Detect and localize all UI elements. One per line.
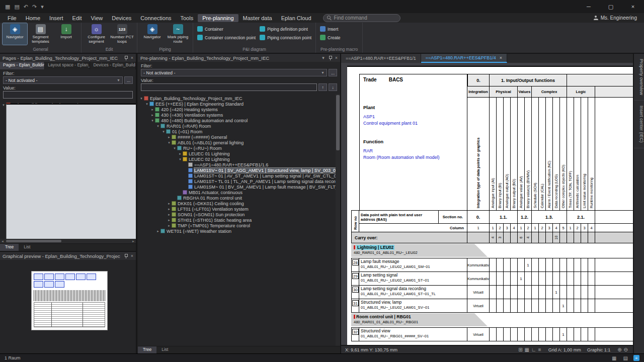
expand-icon[interactable]: ▸ — [167, 213, 172, 217]
insert-button[interactable]: Insert — [320, 26, 341, 32]
view-list-icon[interactable]: ▤ — [623, 355, 628, 361]
function-code[interactable]: RAR — [363, 148, 463, 153]
expand-icon[interactable]: ▸ — [167, 207, 172, 211]
pages-tree-hscrollbar[interactable]: ◄ ► — [0, 239, 136, 243]
preplanning-tree-item[interactable]: ▸LEUEC 01 Lightning — [138, 151, 340, 156]
configure-segment-definitions-button[interactable]: ☼Configure segment definitions — [84, 23, 109, 45]
preplanning-tree-item[interactable]: ▾RU~ (=RU~) Room — [138, 145, 340, 151]
preplanning-tree-item[interactable]: ▸##### (=#####) General — [138, 134, 340, 140]
mark-piping-route-button[interactable]: ~Mark piping route — [166, 23, 190, 45]
piping-connection-point-button[interactable]: Piping connection point — [260, 34, 311, 41]
plant-code[interactable]: ASP1 — [363, 114, 463, 119]
collapse-icon[interactable]: ▾ — [139, 97, 144, 101]
preplanning-tree-item[interactable]: ▸DKK01 (=DKK01) Ceiling cooling — [138, 201, 340, 206]
scroll-right-icon[interactable]: ► — [131, 240, 136, 243]
preplanning-tree-item[interactable]: ▸420 (=420) Heating systems — [138, 107, 340, 112]
navigator-button[interactable]: ◈Navigator — [140, 23, 165, 45]
value-input[interactable] — [3, 91, 133, 99]
collapse-icon[interactable]: ▾ — [155, 124, 160, 128]
ribbon-tab-edit[interactable]: Edit — [68, 14, 87, 22]
preplanning-tree-item[interactable]: MB01 Actuator, continuous — [138, 190, 340, 195]
tab-devices[interactable]: Devices - Eplan_Buildi... — [90, 62, 136, 69]
ribbon-tab-tools[interactable]: Tools — [176, 14, 198, 22]
ribbon-tab-view[interactable]: View — [87, 14, 108, 22]
datapoint-text[interactable]: Structured view — [361, 328, 465, 334]
preplanning-tree-item[interactable]: ▾ABL01 (=ABL01) general lighting — [138, 140, 340, 145]
undo-icon[interactable]: ↶ — [24, 4, 28, 10]
import-button[interactable]: ↓Import — [54, 23, 78, 45]
expand-icon[interactable]: ▸ — [178, 152, 183, 156]
plant-description[interactable]: Control equipment plant 01 — [363, 121, 463, 126]
value-down-button[interactable]: ↓ — [329, 83, 337, 91]
create-button[interactable]: Create — [320, 34, 341, 41]
filter-select[interactable]: - Not activated - ▼ — [141, 69, 327, 76]
close-icon[interactable]: × — [131, 253, 133, 258]
scroll-thumb[interactable] — [336, 95, 340, 150]
expand-icon[interactable]: ▸ — [150, 113, 155, 117]
collapse-icon[interactable]: ▾ — [172, 146, 177, 150]
expand-icon[interactable]: ▸ — [150, 108, 155, 112]
ribbon-tab-connections[interactable]: Connections — [136, 14, 176, 22]
value-up-button[interactable]: ↑ — [318, 83, 327, 91]
app-menu-icon[interactable]: ▦ — [5, 4, 10, 10]
datapoint-address[interactable]: 01_ABL01_RU~_LEU02_LAM01_ST~01_TL — [361, 292, 465, 297]
chevron-down-icon[interactable]: ▾ — [322, 55, 325, 60]
snap-icon[interactable]: ⊞ — [518, 347, 522, 352]
datapoint-text[interactable]: Structured view, lamp — [361, 300, 465, 305]
document-tab[interactable]: ==ASP1=480.RAR++EES&PFB1/4× — [421, 54, 507, 63]
preview-panel-header[interactable]: Graphical preview - Eplan_Building_Techn… — [0, 252, 136, 260]
collapse-icon[interactable]: ▾ — [1, 103, 6, 107]
quick-access-caret-icon[interactable]: ▾ — [41, 4, 44, 10]
close-button[interactable]: × — [622, 0, 644, 13]
scroll-thumb[interactable] — [6, 240, 61, 242]
preplanning-tree-item[interactable]: ▾Eplan_Building_Technology_Project_mm_IE… — [138, 96, 340, 101]
maximize-button[interactable]: ▢ — [600, 0, 622, 13]
ribbon-tab-master-data[interactable]: Master data — [238, 14, 277, 22]
filter-select[interactable]: - Not activated - ▼ — [3, 76, 123, 84]
preplanning-tree-item[interactable]: ▸430 (=430) Ventilation systems — [138, 112, 340, 118]
tab-pages[interactable]: Pages - Eplan_Buildin... — [0, 62, 45, 69]
preplanning-tree-item[interactable]: ▸SON01 (=SON01) Sun protection — [138, 212, 340, 217]
pin-icon[interactable] — [124, 254, 128, 258]
ribbon-tab-file[interactable]: File — [3, 14, 21, 22]
preview-thumbnail[interactable] — [31, 271, 108, 330]
tab-list[interactable]: List — [156, 346, 173, 353]
close-icon[interactable]: × — [131, 55, 133, 60]
zoom-in-icon[interactable]: ⊕ — [617, 347, 621, 352]
collapse-icon[interactable]: ▾ — [144, 102, 149, 106]
grid-display-icon[interactable]: ▦ — [525, 347, 529, 352]
tab-layout-space[interactable]: Layout space - Eplan_... — [45, 62, 90, 69]
scroll-left-icon[interactable]: ◄ — [0, 240, 5, 243]
ribbon-tab-home[interactable]: Home — [21, 14, 45, 22]
tab-insert-center[interactable]: Insert center (IEC) — [634, 101, 644, 148]
preplanning-tree-item[interactable]: LAM01ST~ 01 | AV_ST_AMEV1 | Lamp setting… — [138, 173, 340, 178]
close-icon[interactable]: × — [335, 55, 338, 60]
ortho-icon[interactable]: ∟ — [531, 347, 536, 352]
ribbon-tab-devices[interactable]: Devices — [107, 14, 136, 22]
preplanning-tree-item[interactable]: ▸STH01 (=STH01) Static heating area — [138, 217, 340, 223]
container-button[interactable]: Container — [197, 26, 256, 32]
user-badge[interactable]: Ms. Engineering — [594, 13, 637, 23]
datapoint-address[interactable]: 01_ABL01_RU~_RBG01_#####_SV~01 — [361, 334, 465, 339]
ribbon-tab-eplan-cloud[interactable]: Eplan Cloud — [277, 14, 316, 22]
drawing-canvas[interactable]: TradeBACSPlantASP1Control equipment plan… — [341, 63, 633, 345]
datapoint-text[interactable]: Lamp setting signal data recording — [361, 286, 465, 292]
minimize-button[interactable]: ─ — [578, 0, 600, 13]
expand-icon[interactable]: ▸ — [167, 224, 172, 228]
preplanning-tree-item[interactable]: ▾480 (=480) Building automation and cont… — [138, 118, 340, 123]
collapse-icon[interactable]: ▾ — [161, 130, 166, 134]
datapoint-text[interactable]: Lamp setting signal — [361, 273, 465, 278]
layers-icon[interactable]: ≡ — [538, 347, 541, 352]
zoom-out-icon[interactable]: ⊖ — [624, 347, 628, 352]
preplanning-tree-item[interactable]: ==ASP1=480.RAR++EES&PFB1/1.6 — [138, 162, 340, 167]
view-grid-icon[interactable]: ▦ — [612, 355, 616, 361]
expand-icon[interactable]: ▸ — [155, 229, 160, 233]
preplanning-tree-item[interactable]: RBGHA 01 Room control unit — [138, 195, 340, 201]
number-pct-loops-button[interactable]: 123Number PCT loops — [110, 23, 134, 45]
expand-icon[interactable]: ▸ — [167, 135, 172, 139]
preplanning-tree-item[interactable]: LAM01SM~ 01 | BV_SM_AMEV1 | Lamp fault m… — [138, 184, 340, 190]
tab-tree[interactable]: Tree — [0, 244, 19, 251]
segment-templates-button[interactable]: ▤Segment templates — [28, 23, 53, 45]
document-tab[interactable]: ==ASP1=480.RAR++EES&PFB1/1 — [341, 54, 421, 63]
preplanning-tree-item[interactable]: LAM01ST~ TL 01 | TL_AN_P_AMEV1 | Lamp se… — [138, 178, 340, 184]
